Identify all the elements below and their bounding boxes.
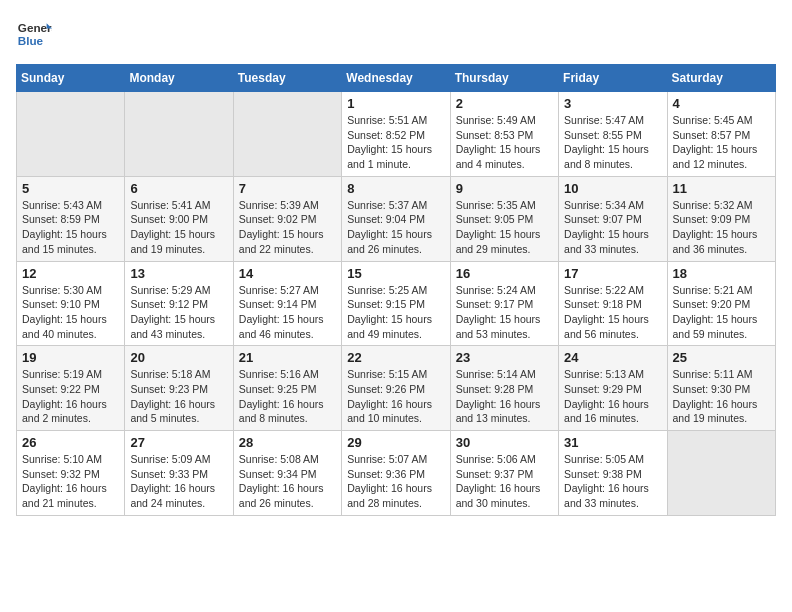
day-info: Sunrise: 5:34 AMSunset: 9:07 PMDaylight:… <box>564 198 661 257</box>
day-info: Sunrise: 5:07 AMSunset: 9:36 PMDaylight:… <box>347 452 444 511</box>
day-cell: 27Sunrise: 5:09 AMSunset: 9:33 PMDayligh… <box>125 431 233 516</box>
week-row-2: 5Sunrise: 5:43 AMSunset: 8:59 PMDaylight… <box>17 176 776 261</box>
week-row-3: 12Sunrise: 5:30 AMSunset: 9:10 PMDayligh… <box>17 261 776 346</box>
day-info: Sunrise: 5:43 AMSunset: 8:59 PMDaylight:… <box>22 198 119 257</box>
day-info: Sunrise: 5:35 AMSunset: 9:05 PMDaylight:… <box>456 198 553 257</box>
day-info: Sunrise: 5:25 AMSunset: 9:15 PMDaylight:… <box>347 283 444 342</box>
day-number: 13 <box>130 266 227 281</box>
day-number: 18 <box>673 266 770 281</box>
day-cell: 1Sunrise: 5:51 AMSunset: 8:52 PMDaylight… <box>342 92 450 177</box>
day-number: 26 <box>22 435 119 450</box>
day-number: 9 <box>456 181 553 196</box>
day-info: Sunrise: 5:39 AMSunset: 9:02 PMDaylight:… <box>239 198 336 257</box>
day-info: Sunrise: 5:24 AMSunset: 9:17 PMDaylight:… <box>456 283 553 342</box>
day-cell: 4Sunrise: 5:45 AMSunset: 8:57 PMDaylight… <box>667 92 775 177</box>
day-info: Sunrise: 5:14 AMSunset: 9:28 PMDaylight:… <box>456 367 553 426</box>
day-info: Sunrise: 5:11 AMSunset: 9:30 PMDaylight:… <box>673 367 770 426</box>
day-cell: 19Sunrise: 5:19 AMSunset: 9:22 PMDayligh… <box>17 346 125 431</box>
day-cell: 7Sunrise: 5:39 AMSunset: 9:02 PMDaylight… <box>233 176 341 261</box>
day-number: 19 <box>22 350 119 365</box>
day-info: Sunrise: 5:21 AMSunset: 9:20 PMDaylight:… <box>673 283 770 342</box>
day-cell: 12Sunrise: 5:30 AMSunset: 9:10 PMDayligh… <box>17 261 125 346</box>
day-cell: 29Sunrise: 5:07 AMSunset: 9:36 PMDayligh… <box>342 431 450 516</box>
day-cell: 2Sunrise: 5:49 AMSunset: 8:53 PMDaylight… <box>450 92 558 177</box>
day-cell <box>667 431 775 516</box>
day-number: 16 <box>456 266 553 281</box>
day-cell: 10Sunrise: 5:34 AMSunset: 9:07 PMDayligh… <box>559 176 667 261</box>
day-number: 31 <box>564 435 661 450</box>
logo-icon: General Blue <box>16 16 52 52</box>
day-number: 11 <box>673 181 770 196</box>
day-number: 27 <box>130 435 227 450</box>
day-number: 30 <box>456 435 553 450</box>
day-cell: 30Sunrise: 5:06 AMSunset: 9:37 PMDayligh… <box>450 431 558 516</box>
logo: General Blue <box>16 16 52 52</box>
day-number: 14 <box>239 266 336 281</box>
day-info: Sunrise: 5:45 AMSunset: 8:57 PMDaylight:… <box>673 113 770 172</box>
day-number: 17 <box>564 266 661 281</box>
day-info: Sunrise: 5:06 AMSunset: 9:37 PMDaylight:… <box>456 452 553 511</box>
day-number: 29 <box>347 435 444 450</box>
day-info: Sunrise: 5:19 AMSunset: 9:22 PMDaylight:… <box>22 367 119 426</box>
day-number: 24 <box>564 350 661 365</box>
day-number: 22 <box>347 350 444 365</box>
day-cell: 26Sunrise: 5:10 AMSunset: 9:32 PMDayligh… <box>17 431 125 516</box>
day-info: Sunrise: 5:49 AMSunset: 8:53 PMDaylight:… <box>456 113 553 172</box>
day-cell <box>125 92 233 177</box>
day-cell: 24Sunrise: 5:13 AMSunset: 9:29 PMDayligh… <box>559 346 667 431</box>
day-info: Sunrise: 5:47 AMSunset: 8:55 PMDaylight:… <box>564 113 661 172</box>
day-cell: 11Sunrise: 5:32 AMSunset: 9:09 PMDayligh… <box>667 176 775 261</box>
day-number: 1 <box>347 96 444 111</box>
day-number: 10 <box>564 181 661 196</box>
weekday-header-row: SundayMondayTuesdayWednesdayThursdayFrid… <box>17 65 776 92</box>
day-cell: 13Sunrise: 5:29 AMSunset: 9:12 PMDayligh… <box>125 261 233 346</box>
day-info: Sunrise: 5:27 AMSunset: 9:14 PMDaylight:… <box>239 283 336 342</box>
day-info: Sunrise: 5:22 AMSunset: 9:18 PMDaylight:… <box>564 283 661 342</box>
day-cell <box>233 92 341 177</box>
day-cell: 22Sunrise: 5:15 AMSunset: 9:26 PMDayligh… <box>342 346 450 431</box>
weekday-header-friday: Friday <box>559 65 667 92</box>
week-row-1: 1Sunrise: 5:51 AMSunset: 8:52 PMDaylight… <box>17 92 776 177</box>
weekday-header-saturday: Saturday <box>667 65 775 92</box>
day-number: 2 <box>456 96 553 111</box>
week-row-5: 26Sunrise: 5:10 AMSunset: 9:32 PMDayligh… <box>17 431 776 516</box>
day-info: Sunrise: 5:05 AMSunset: 9:38 PMDaylight:… <box>564 452 661 511</box>
day-cell <box>17 92 125 177</box>
day-number: 21 <box>239 350 336 365</box>
day-info: Sunrise: 5:18 AMSunset: 9:23 PMDaylight:… <box>130 367 227 426</box>
day-number: 25 <box>673 350 770 365</box>
day-info: Sunrise: 5:13 AMSunset: 9:29 PMDaylight:… <box>564 367 661 426</box>
calendar: SundayMondayTuesdayWednesdayThursdayFrid… <box>16 64 776 516</box>
day-number: 28 <box>239 435 336 450</box>
week-row-4: 19Sunrise: 5:19 AMSunset: 9:22 PMDayligh… <box>17 346 776 431</box>
day-info: Sunrise: 5:16 AMSunset: 9:25 PMDaylight:… <box>239 367 336 426</box>
day-number: 6 <box>130 181 227 196</box>
day-number: 7 <box>239 181 336 196</box>
day-info: Sunrise: 5:09 AMSunset: 9:33 PMDaylight:… <box>130 452 227 511</box>
day-number: 8 <box>347 181 444 196</box>
weekday-header-monday: Monday <box>125 65 233 92</box>
day-info: Sunrise: 5:10 AMSunset: 9:32 PMDaylight:… <box>22 452 119 511</box>
day-number: 23 <box>456 350 553 365</box>
day-cell: 28Sunrise: 5:08 AMSunset: 9:34 PMDayligh… <box>233 431 341 516</box>
weekday-header-tuesday: Tuesday <box>233 65 341 92</box>
day-info: Sunrise: 5:30 AMSunset: 9:10 PMDaylight:… <box>22 283 119 342</box>
day-cell: 20Sunrise: 5:18 AMSunset: 9:23 PMDayligh… <box>125 346 233 431</box>
day-cell: 17Sunrise: 5:22 AMSunset: 9:18 PMDayligh… <box>559 261 667 346</box>
day-cell: 6Sunrise: 5:41 AMSunset: 9:00 PMDaylight… <box>125 176 233 261</box>
day-info: Sunrise: 5:32 AMSunset: 9:09 PMDaylight:… <box>673 198 770 257</box>
day-cell: 31Sunrise: 5:05 AMSunset: 9:38 PMDayligh… <box>559 431 667 516</box>
day-cell: 8Sunrise: 5:37 AMSunset: 9:04 PMDaylight… <box>342 176 450 261</box>
day-info: Sunrise: 5:37 AMSunset: 9:04 PMDaylight:… <box>347 198 444 257</box>
day-cell: 23Sunrise: 5:14 AMSunset: 9:28 PMDayligh… <box>450 346 558 431</box>
day-cell: 14Sunrise: 5:27 AMSunset: 9:14 PMDayligh… <box>233 261 341 346</box>
day-info: Sunrise: 5:15 AMSunset: 9:26 PMDaylight:… <box>347 367 444 426</box>
weekday-header-sunday: Sunday <box>17 65 125 92</box>
day-cell: 5Sunrise: 5:43 AMSunset: 8:59 PMDaylight… <box>17 176 125 261</box>
day-cell: 25Sunrise: 5:11 AMSunset: 9:30 PMDayligh… <box>667 346 775 431</box>
day-info: Sunrise: 5:51 AMSunset: 8:52 PMDaylight:… <box>347 113 444 172</box>
day-number: 12 <box>22 266 119 281</box>
weekday-header-wednesday: Wednesday <box>342 65 450 92</box>
day-info: Sunrise: 5:08 AMSunset: 9:34 PMDaylight:… <box>239 452 336 511</box>
header: General Blue <box>16 16 776 52</box>
